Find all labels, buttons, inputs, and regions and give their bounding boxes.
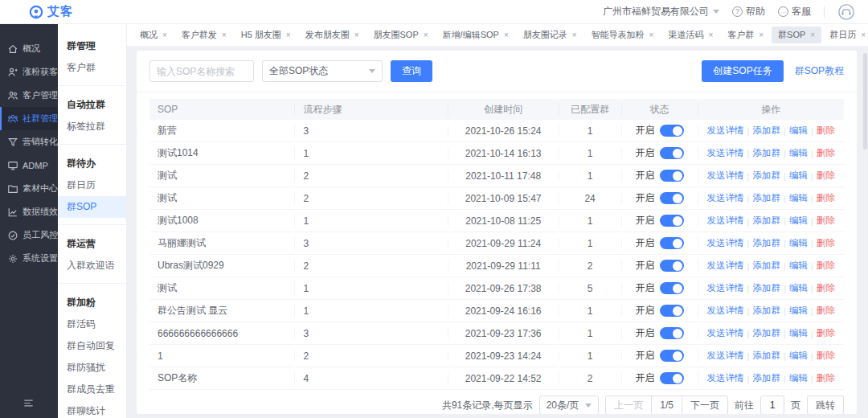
action-send-detail[interactable]: 发送详情 xyxy=(707,327,744,339)
action-send-detail[interactable]: 发送详情 xyxy=(707,350,744,362)
action-edit[interactable]: 编辑 xyxy=(789,350,808,362)
submenu-entry[interactable]: 群加粉 xyxy=(58,290,126,314)
action-edit[interactable]: 编辑 xyxy=(789,170,808,182)
action-add-group[interactable]: 添加群 xyxy=(753,327,781,339)
action-delete[interactable]: 删除 xyxy=(817,260,835,272)
goto-page-input[interactable] xyxy=(760,395,784,414)
submenu-entry[interactable]: 群待办 xyxy=(58,151,126,174)
tab-close-icon[interactable]: × xyxy=(162,31,167,39)
query-button[interactable]: 查询 xyxy=(391,60,432,82)
tab-close-icon[interactable]: × xyxy=(424,31,428,39)
action-delete[interactable]: 删除 xyxy=(817,282,835,294)
action-add-group[interactable]: 添加群 xyxy=(753,147,781,159)
status-toggle[interactable] xyxy=(660,372,684,384)
tab[interactable]: 渠道活码 × xyxy=(661,27,719,43)
action-add-group[interactable]: 添加群 xyxy=(753,192,781,204)
sidebar-item[interactable]: 社群管理 xyxy=(0,107,58,130)
customer-service-button[interactable]: ··· 客服 xyxy=(778,5,811,18)
action-add-group[interactable]: 添加群 xyxy=(753,237,781,249)
action-edit[interactable]: 编辑 xyxy=(789,305,808,317)
sidebar-item[interactable]: ADMP xyxy=(0,154,58,177)
action-edit[interactable]: 编辑 xyxy=(789,192,808,204)
tab[interactable]: 客户群 × xyxy=(721,27,770,43)
status-toggle[interactable] xyxy=(660,147,684,159)
company-selector[interactable]: 广州市福鲜贸易有限公司 xyxy=(603,5,719,18)
sidebar-item[interactable]: 客户管理 xyxy=(0,84,58,107)
status-toggle[interactable] xyxy=(660,327,684,339)
next-page-button[interactable]: 下一页 xyxy=(682,395,728,414)
sop-search-input[interactable] xyxy=(149,60,254,82)
status-toggle[interactable] xyxy=(660,305,684,317)
submenu-entry[interactable] xyxy=(58,224,126,225)
sidebar-item[interactable]: 素材中心 xyxy=(0,177,58,200)
sidebar-item[interactable]: 员工风控 xyxy=(0,223,58,247)
tab-close-icon[interactable]: × xyxy=(708,31,713,39)
action-send-detail[interactable]: 发送详情 xyxy=(707,147,744,159)
action-edit[interactable]: 编辑 xyxy=(789,327,808,339)
submenu-entry[interactable]: 群活码 xyxy=(58,314,126,335)
tab[interactable]: 朋友圈SOP × xyxy=(367,27,435,43)
submenu-entry[interactable]: 群管理 xyxy=(58,34,126,57)
action-delete[interactable]: 删除 xyxy=(817,147,835,159)
sidebar-collapse-icon[interactable] xyxy=(23,397,35,412)
sidebar-item[interactable]: 数据绩效 xyxy=(0,200,58,223)
action-send-detail[interactable]: 发送详情 xyxy=(707,237,744,249)
action-delete[interactable]: 删除 xyxy=(817,170,835,182)
page-size-select[interactable]: 20条/页 xyxy=(539,395,600,414)
status-toggle[interactable] xyxy=(660,192,684,204)
sidebar-item[interactable]: 概况 xyxy=(0,37,58,60)
tab-close-icon[interactable]: × xyxy=(759,31,764,39)
submenu-entry[interactable]: 群聊统计 xyxy=(58,400,126,418)
status-toggle[interactable] xyxy=(660,260,684,272)
action-delete[interactable]: 删除 xyxy=(817,305,835,317)
action-send-detail[interactable]: 发送详情 xyxy=(707,125,744,137)
tab[interactable]: 新增/编辑SOP × xyxy=(436,27,515,43)
tab[interactable]: 群日历 × xyxy=(823,27,868,43)
action-add-group[interactable]: 添加群 xyxy=(753,282,781,294)
tab[interactable]: 智能导表加粉 × xyxy=(585,27,661,43)
action-send-detail[interactable]: 发送详情 xyxy=(707,170,744,182)
tab-close-icon[interactable]: × xyxy=(286,31,291,39)
action-send-detail[interactable]: 发送详情 xyxy=(707,372,744,384)
tab[interactable]: H5 朋友圈 × xyxy=(235,27,297,43)
action-delete[interactable]: 删除 xyxy=(817,350,835,362)
sidebar-item[interactable]: 涨粉获客 xyxy=(0,60,58,84)
action-send-detail[interactable]: 发送详情 xyxy=(707,260,744,272)
submenu-entry[interactable]: 入群欢迎语 xyxy=(58,255,126,277)
submenu-entry[interactable]: 标签拉群 xyxy=(58,116,126,137)
action-send-detail[interactable]: 发送详情 xyxy=(707,282,744,294)
tab-close-icon[interactable]: × xyxy=(810,31,815,39)
action-delete[interactable]: 删除 xyxy=(817,237,835,249)
action-add-group[interactable]: 添加群 xyxy=(753,215,781,227)
tab[interactable]: 群SOP × xyxy=(772,27,821,43)
tab-close-icon[interactable]: × xyxy=(649,31,654,39)
status-toggle[interactable] xyxy=(660,170,684,182)
tab-close-icon[interactable]: × xyxy=(354,31,359,39)
submenu-entry[interactable]: 群成员去重 xyxy=(58,379,126,400)
status-toggle[interactable] xyxy=(660,282,684,294)
sop-status-select[interactable]: 全部SOP状态 xyxy=(262,60,383,82)
action-edit[interactable]: 编辑 xyxy=(789,147,808,159)
action-send-detail[interactable]: 发送详情 xyxy=(707,215,744,227)
scrollbar[interactable] xyxy=(863,50,867,416)
action-send-detail[interactable]: 发送详情 xyxy=(707,305,744,317)
action-add-group[interactable]: 添加群 xyxy=(753,170,781,182)
action-edit[interactable]: 编辑 xyxy=(789,282,808,294)
tab[interactable]: 概况 × xyxy=(133,27,174,43)
sop-tutorial-link[interactable]: 群SOP教程 xyxy=(795,64,844,78)
status-toggle[interactable] xyxy=(660,237,684,249)
action-edit[interactable]: 编辑 xyxy=(789,125,808,137)
sidebar-item[interactable]: 系统设置 xyxy=(0,247,58,270)
user-avatar[interactable] xyxy=(837,3,855,21)
tab[interactable]: 发布朋友圈 × xyxy=(299,27,366,43)
submenu-entry[interactable] xyxy=(58,85,126,86)
submenu-entry[interactable] xyxy=(58,283,126,284)
tab-close-icon[interactable]: × xyxy=(572,31,577,39)
action-add-group[interactable]: 添加群 xyxy=(753,372,781,384)
create-sop-button[interactable]: 创建SOP任务 xyxy=(702,60,783,82)
submenu-entry[interactable]: 自动拉群 xyxy=(58,92,126,116)
sidebar-item[interactable]: 营销转化 xyxy=(0,130,58,154)
action-add-group[interactable]: 添加群 xyxy=(753,260,781,272)
tab[interactable]: 朋友圈记录 × xyxy=(517,27,583,43)
submenu-entry[interactable]: 群SOP xyxy=(58,196,126,218)
